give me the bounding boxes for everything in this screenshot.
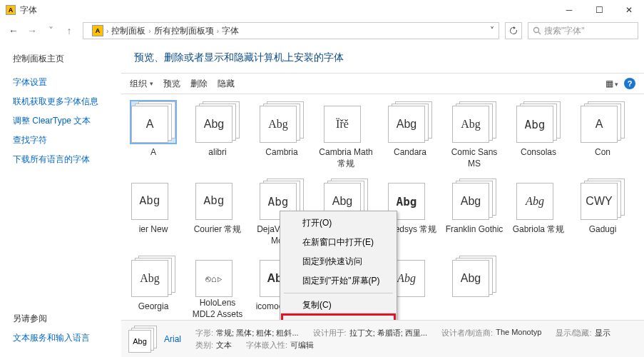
nav-up-button[interactable]: ↑: [61, 23, 77, 39]
font-item[interactable]: AA: [121, 100, 185, 177]
toolbar-preview[interactable]: 预览: [163, 78, 180, 90]
menu-item-pin-qa[interactable]: 固定到快速访问: [282, 252, 394, 271]
sidebar-link[interactable]: 下载所有语言的字体: [13, 154, 113, 166]
details-label: 字形:: [195, 328, 213, 338]
font-item[interactable]: Abgier New: [121, 177, 185, 254]
font-label: A: [149, 147, 158, 159]
nav-forward-button[interactable]: →: [24, 23, 40, 39]
refresh-button[interactable]: [505, 22, 522, 39]
view-options-dropdown[interactable]: ▦: [605, 79, 618, 89]
font-label: Gadugi: [588, 224, 618, 236]
font-item[interactable]: ÏřěCambria Math 常规: [314, 100, 378, 177]
details-value: 可编辑: [290, 340, 314, 351]
font-item[interactable]: AbgComic Sans MS: [442, 100, 506, 177]
svg-point-0: [534, 28, 539, 33]
breadcrumb-item[interactable]: 控制面板: [111, 25, 145, 37]
font-label: HoloLens MDL2 Assets 常规: [185, 298, 250, 320]
font-label: Gabriola 常规: [511, 224, 566, 236]
font-item[interactable]: AbgCandara: [378, 100, 442, 177]
search-placeholder: 搜索"字体": [544, 25, 585, 37]
details-value: 文本: [216, 340, 232, 351]
font-label: Cambria Math 常规: [314, 147, 378, 169]
details-label: 显示/隐藏:: [556, 328, 591, 338]
menu-item-open[interactable]: 打开(O): [282, 213, 394, 233]
minimize-button[interactable]: ─: [554, 0, 584, 20]
details-label: 字体嵌入性:: [246, 340, 287, 351]
details-value: 拉丁文; 希腊语; 西里...: [349, 328, 427, 338]
details-label: 设计者/制造商:: [441, 328, 493, 338]
menu-item-copy[interactable]: 复制(C): [282, 296, 394, 315]
sidebar-link[interactable]: 调整 ClearType 文本: [13, 115, 113, 127]
details-font-name: Arial: [164, 334, 181, 344]
toolbar-organize[interactable]: 组织: [130, 78, 153, 90]
help-icon[interactable]: ?: [624, 78, 635, 89]
search-icon: [533, 26, 541, 35]
font-item[interactable]: AbgCambria: [250, 100, 314, 177]
page-title: 预览、删除或者显示和隐藏计算机上安装的字体: [121, 41, 644, 73]
details-value: 常规; 黑体; 粗体; 粗斜...: [216, 328, 299, 338]
font-item[interactable]: AbgGabriola 常规: [506, 177, 571, 254]
nav-back-button[interactable]: ←: [6, 23, 21, 39]
breadcrumb[interactable]: A 控制面板 所有控制面板项 字体 ˅: [83, 22, 499, 39]
font-label: Consolas: [519, 147, 558, 159]
font-label: Candara: [392, 147, 428, 159]
close-button[interactable]: ✕: [614, 0, 644, 20]
details-thumbnail: Abg: [128, 326, 157, 353]
search-input[interactable]: 搜索"字体": [528, 22, 638, 39]
app-icon: A: [6, 5, 16, 15]
details-value: 显示: [595, 328, 610, 338]
font-item[interactable]: AbgGeorgia: [121, 254, 185, 320]
address-icon: A: [92, 25, 103, 36]
font-item[interactable]: ⎋⌂▷HoloLens MDL2 Assets 常规: [185, 254, 250, 320]
menu-item-delete[interactable]: 删除(D): [282, 315, 394, 320]
details-value: The Monotyp: [496, 328, 541, 338]
sidebar-link[interactable]: 查找字符: [13, 134, 113, 146]
font-item[interactable]: AbgConsolas: [506, 100, 571, 177]
font-label: Comic Sans MS: [442, 147, 506, 169]
font-item[interactable]: Abgalibri: [185, 100, 250, 177]
sidebar-home[interactable]: 控制面板主页: [13, 53, 113, 65]
font-item[interactable]: ACon: [571, 100, 635, 177]
font-label: Courier 常规: [193, 224, 243, 236]
details-label: 类别:: [195, 340, 213, 351]
toolbar-delete[interactable]: 删除: [190, 78, 208, 90]
maximize-button[interactable]: ☐: [584, 0, 614, 20]
sidebar-link[interactable]: 联机获取更多字体信息: [13, 96, 113, 108]
breadcrumb-item[interactable]: 字体: [222, 25, 239, 37]
nav-recent-dropdown[interactable]: ˅: [43, 23, 58, 39]
sidebar-seealso-head: 另请参阅: [13, 313, 113, 325]
font-label: Con: [593, 147, 612, 159]
context-menu: 打开(O)在新窗口中打开(E)固定到快速访问固定到"开始"屏幕(P)复制(C)删…: [280, 211, 397, 320]
menu-item-pin-start[interactable]: 固定到"开始"屏幕(P): [282, 271, 394, 291]
sidebar-link[interactable]: 字体设置: [13, 76, 113, 89]
menu-item-open-new[interactable]: 在新窗口中打开(E): [282, 233, 394, 252]
font-label: ier New: [138, 224, 170, 236]
details-pane: Abg Arial 字形:常规; 黑体; 粗体; 粗斜...设计用于:拉丁文; …: [121, 320, 644, 357]
toolbar-hide[interactable]: 隐藏: [218, 78, 235, 90]
breadcrumb-dropdown-icon[interactable]: ˅: [490, 26, 494, 36]
window-title: 字体: [20, 4, 37, 16]
svg-line-1: [538, 32, 541, 34]
font-item[interactable]: Abg: [442, 254, 506, 320]
font-item[interactable]: CWYGadugi: [571, 177, 635, 254]
font-item[interactable]: AbgCourier 常规: [185, 177, 250, 254]
sidebar-seealso-link[interactable]: 文本服务和输入语言: [13, 332, 113, 344]
font-label: Cambria: [264, 147, 299, 159]
breadcrumb-item[interactable]: 所有控制面板项: [154, 25, 214, 37]
font-item[interactable]: AbgFranklin Gothic: [442, 177, 506, 254]
font-label: Franklin Gothic: [444, 224, 505, 236]
details-label: 设计用于:: [313, 328, 347, 338]
font-label: Georgia: [137, 301, 170, 313]
font-label: alibri: [207, 147, 228, 159]
